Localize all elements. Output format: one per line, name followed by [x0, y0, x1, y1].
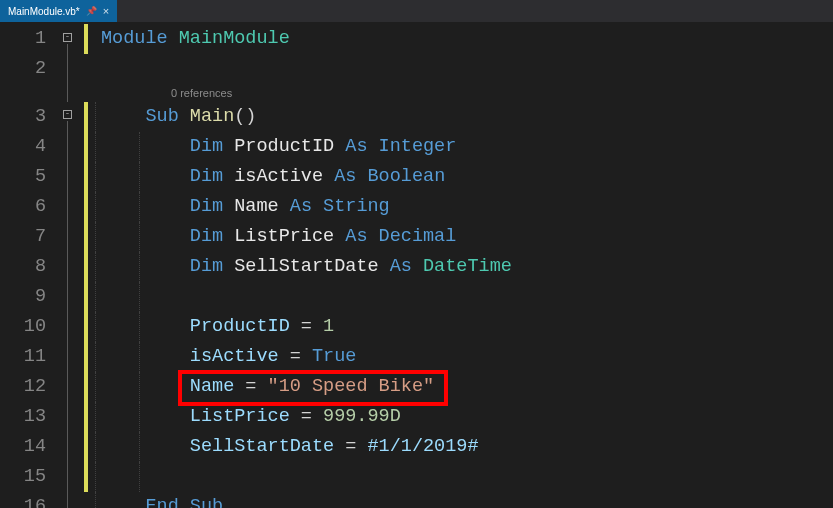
line-number: 1: [18, 24, 46, 54]
code-line[interactable]: [95, 54, 833, 84]
fold-guide: [67, 44, 68, 102]
line-number: 4: [18, 132, 46, 162]
code-lines: Module MainModule 0 references Sub Main(…: [95, 24, 833, 508]
code-line[interactable]: isActive = True: [95, 342, 833, 372]
line-number: 13: [18, 402, 46, 432]
code-line[interactable]: ListPrice = 999.99D: [95, 402, 833, 432]
fold-guide: [67, 121, 68, 508]
line-number: 6: [18, 192, 46, 222]
code-line[interactable]: Dim isActive As Boolean: [95, 162, 833, 192]
codelens-references[interactable]: 0 references: [95, 84, 833, 102]
line-number: 8: [18, 252, 46, 282]
line-number: 12: [18, 372, 46, 402]
line-number: 14: [18, 432, 46, 462]
code-line[interactable]: Module MainModule: [95, 24, 833, 54]
line-number: 3: [18, 102, 46, 132]
code-line[interactable]: Dim SellStartDate As DateTime: [95, 252, 833, 282]
fold-icon[interactable]: -: [63, 33, 72, 42]
code-content-area[interactable]: - - Module MainModule 0 references Sub M…: [60, 22, 833, 508]
code-line[interactable]: End Sub: [95, 492, 833, 508]
code-line[interactable]: ProductID = 1: [95, 312, 833, 342]
close-icon[interactable]: ×: [103, 5, 109, 17]
line-number: 9: [18, 282, 46, 312]
change-marker: [84, 24, 88, 54]
line-number: 15: [18, 462, 46, 492]
code-line[interactable]: Sub Main(): [95, 102, 833, 132]
code-line[interactable]: SellStartDate = #1/1/2019#: [95, 432, 833, 462]
tab-bar: MainModule.vb* 📌 ×: [0, 0, 833, 22]
pin-icon[interactable]: 📌: [86, 6, 97, 16]
line-number: 16: [18, 492, 46, 508]
active-tab[interactable]: MainModule.vb* 📌 ×: [0, 0, 117, 22]
line-number: 5: [18, 162, 46, 192]
code-editor[interactable]: 1 2 3 4 5 6 7 8 9 10 11 12 13 14 15 16 -…: [0, 22, 833, 508]
change-marker: [84, 102, 88, 492]
line-number: 11: [18, 342, 46, 372]
code-line[interactable]: [95, 282, 833, 312]
codelens-gutter-spacer: [18, 84, 46, 102]
line-number: 2: [18, 54, 46, 84]
code-line[interactable]: Name = "10 Speed Bike": [95, 372, 833, 402]
line-number: 7: [18, 222, 46, 252]
line-number-gutter: 1 2 3 4 5 6 7 8 9 10 11 12 13 14 15 16: [0, 22, 60, 508]
code-line[interactable]: Dim ProductID As Integer: [95, 132, 833, 162]
line-number: 10: [18, 312, 46, 342]
code-line[interactable]: Dim ListPrice As Decimal: [95, 222, 833, 252]
code-line[interactable]: Dim Name As String: [95, 192, 833, 222]
tab-title: MainModule.vb*: [8, 6, 80, 17]
code-line[interactable]: [95, 462, 833, 492]
fold-icon[interactable]: -: [63, 110, 72, 119]
